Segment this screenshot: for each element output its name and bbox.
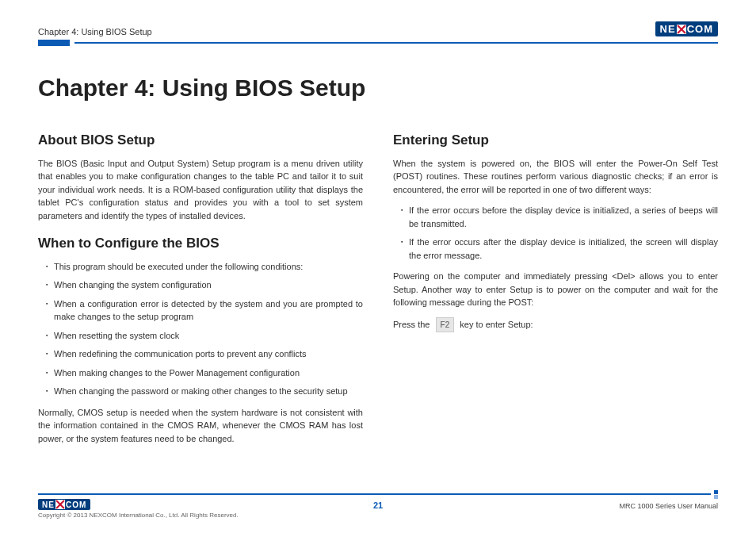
list-item: If the error occurs after the display de… <box>401 236 718 262</box>
list-item: When changing the system configuration <box>46 278 363 292</box>
page-number: 21 <box>373 500 383 510</box>
list-item: If the error occurs before the display d… <box>401 204 718 230</box>
footer-rule <box>38 493 711 495</box>
copyright: Copyright © 2013 NEXCOM International Co… <box>38 512 718 519</box>
logo-pre: NE <box>660 23 676 35</box>
header-rule <box>74 42 718 44</box>
paragraph-enter-1: When the system is powered on, the BIOS … <box>393 157 718 197</box>
brand-logo-footer: NE COM <box>38 499 90 510</box>
paragraph-enter-2: Powering on the computer and immediately… <box>393 270 718 309</box>
list-item: This program should be executed under th… <box>46 260 363 274</box>
paragraph-about-bios: The BIOS (Basic Input and Output System)… <box>38 157 363 223</box>
heading-entering-setup: Entering Setup <box>393 130 718 151</box>
press-key-pre: Press the <box>393 320 430 329</box>
paragraph-when-tail: Normally, CMOS setup is needed when the … <box>38 406 363 446</box>
right-column: Entering Setup When the system is powere… <box>393 130 718 453</box>
when-configure-list: This program should be executed under th… <box>38 260 363 398</box>
list-item: When changing the password or making oth… <box>46 385 363 398</box>
logo-x-icon <box>677 25 686 34</box>
list-item: When making changes to the Power Managem… <box>46 366 363 380</box>
list-item: When a configuration error is detected b… <box>46 297 363 324</box>
keycap-f2: F2 <box>436 317 455 332</box>
logo-x-icon <box>55 500 65 509</box>
logo-pre: NE <box>42 500 55 509</box>
entering-setup-list: If the error occurs before the display d… <box>393 204 718 262</box>
press-key-line: Press the F2 key to enter Setup: <box>393 317 718 332</box>
list-item: When resetting the system clock <box>46 329 363 343</box>
list-item: When redefining the communication ports … <box>46 347 363 361</box>
heading-about-bios: About BIOS Setup <box>38 130 363 151</box>
left-column: About BIOS Setup The BIOS (Basic Input a… <box>38 130 363 453</box>
press-key-post: key to enter Setup: <box>460 320 533 329</box>
logo-post: COM <box>687 23 713 35</box>
brand-logo: NE COM <box>655 21 718 36</box>
footer-accent-boxes <box>714 490 718 499</box>
manual-title: MRC 1000 Series User Manual <box>619 502 718 510</box>
chapter-title: Chapter 4: Using BIOS Setup <box>38 75 718 102</box>
logo-post: COM <box>66 500 86 509</box>
breadcrumb: Chapter 4: Using BIOS Setup <box>38 27 152 36</box>
heading-when-configure: When to Configure the BIOS <box>38 233 363 254</box>
header-accent-box <box>38 40 70 46</box>
